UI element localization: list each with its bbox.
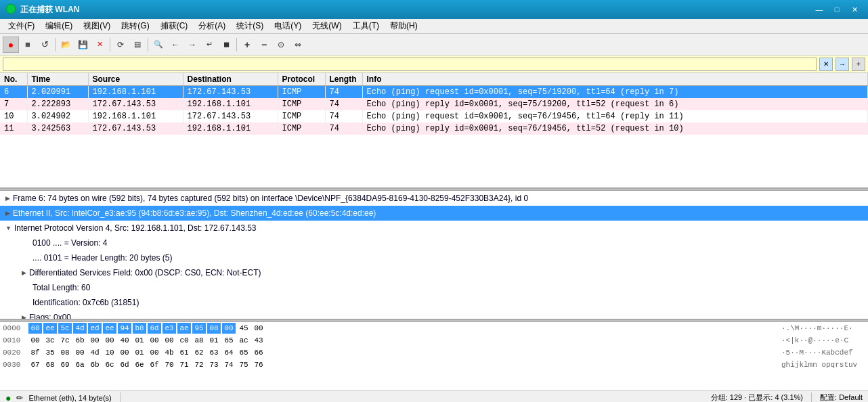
menu-item-电话(Y)[interactable]: 电话(Y) [269,19,307,33]
print-button[interactable]: ▤ [129,37,146,53]
hex-byte[interactable]: 00 [103,335,116,346]
open-button[interactable]: 📂 [58,37,74,53]
expand-icon[interactable]: ▶ [5,207,10,219]
zoom-out-button[interactable]: − [256,37,272,53]
table-row[interactable]: 72.222893172.67.143.53192.168.1.101ICMP7… [0,98,868,110]
expand-icon[interactable]: ▶ [22,267,26,279]
detail-row-ip-flags[interactable]: ▶Flags: 0x00 [0,310,868,319]
menu-item-工具(T)[interactable]: 工具(T) [347,19,385,33]
hex-byte[interactable]: 94 [118,323,131,334]
hex-byte[interactable]: 6e [133,359,146,370]
hex-byte[interactable]: 65 [222,335,236,346]
hex-byte[interactable]: 00 [162,335,176,346]
maximize-button[interactable]: □ [829,3,845,16]
menu-item-编辑(E)[interactable]: 编辑(E) [40,19,78,33]
hex-byte[interactable]: 73 [207,359,221,370]
table-row[interactable]: 103.024902192.168.1.101172.67.143.53ICMP… [0,110,868,122]
close-button[interactable]: ✕ [846,3,863,16]
hex-byte[interactable]: 00 [28,335,42,346]
hex-byte[interactable]: 95 [192,323,206,334]
find-button[interactable]: 🔍 [150,37,167,53]
hex-byte[interactable]: 00 [118,347,131,358]
hex-byte[interactable]: 4d [88,347,102,358]
detail-row-ip[interactable]: ▼Internet Protocol Version 4, Src: 192.1… [0,221,868,236]
detail-row-ip-totlen[interactable]: Total Length: 60 [0,280,868,295]
zoom-in-button[interactable]: + [239,37,255,53]
menu-item-统计(S)[interactable]: 统计(S) [231,19,269,33]
hex-byte[interactable]: 6d [118,359,131,370]
resize-columns-button[interactable]: ⇔ [290,37,306,53]
hex-byte[interactable]: b8 [133,323,146,334]
hex-byte[interactable]: ac [237,335,251,346]
hex-byte[interactable]: 70 [162,359,176,370]
menu-item-帮助(H)[interactable]: 帮助(H) [385,19,423,33]
hex-byte[interactable]: 64 [222,347,236,358]
hex-byte[interactable]: 7c [58,335,72,346]
filter-clear-button[interactable]: ✕ [819,58,833,71]
hex-byte[interactable]: 4b [162,347,176,358]
hex-byte[interactable]: 63 [207,347,221,358]
hex-byte[interactable]: a8 [192,335,206,346]
hex-byte[interactable]: 8f [28,347,42,358]
hex-byte[interactable]: 61 [177,347,191,358]
hex-byte[interactable]: e3 [162,323,176,334]
hex-byte[interactable]: 08 [207,323,221,334]
zoom-normal-button[interactable]: ⊙ [273,37,289,53]
filter-apply-button[interactable]: → [836,58,849,71]
hex-byte[interactable]: 6c [103,359,116,370]
hex-byte[interactable]: 6a [73,359,87,370]
hex-byte[interactable]: 35 [43,347,57,358]
menu-item-视图(V)[interactable]: 视图(V) [78,19,116,33]
hex-byte[interactable]: 62 [192,347,206,358]
expand-icon[interactable]: ▶ [5,192,10,204]
detail-row-ip-dsf[interactable]: ▶Differentiated Services Field: 0x00 (DS… [0,265,868,280]
packet-list[interactable]: No. Time Source Destination Protocol Len… [0,73,868,188]
hex-byte[interactable]: 5c [58,323,72,334]
filter-input[interactable]: icmp [3,58,817,71]
hex-byte[interactable]: 68 [43,359,57,370]
hex-byte[interactable]: 66 [252,347,265,358]
hex-byte[interactable]: 4d [73,323,87,334]
hex-byte[interactable]: 6b [73,335,87,346]
next-button[interactable]: → [184,37,200,53]
stop-recording-button[interactable]: ● [3,37,19,53]
expand-icon[interactable]: ▶ [22,311,26,319]
reload-button[interactable]: ⟳ [112,37,129,53]
hex-byte[interactable]: 08 [58,347,72,358]
hex-row[interactable]: 0010003c7c6b000040010000c0a80165ac43·<|k… [0,334,868,347]
hex-row[interactable]: 000060ee5c4dedee94b86de3ae9508004500·.\M… [0,322,868,334]
stop-button[interactable]: ■ [20,37,36,53]
expand-icon[interactable]: ▼ [5,222,12,234]
hex-byte[interactable]: c0 [177,335,191,346]
hex-byte[interactable]: 40 [118,335,131,346]
table-row[interactable]: 113.242563172.67.143.53192.168.1.101ICMP… [0,122,868,135]
goto-button[interactable]: ↵ [201,37,217,53]
menu-item-文件(F)[interactable]: 文件(F) [3,19,40,33]
prev-button[interactable]: ← [167,37,183,53]
detail-row-ip-id[interactable]: Identification: 0x7c6b (31851) [0,295,868,310]
hex-byte[interactable]: 00 [252,323,265,334]
menu-item-无线(W)[interactable]: 无线(W) [307,19,347,33]
hex-row[interactable]: 00306768696a6b6c6d6e6f70717273747576ghij… [0,359,868,371]
hex-byte[interactable]: 01 [133,347,146,358]
filter-bookmark-button[interactable]: + [852,58,865,71]
hex-byte[interactable]: 45 [237,323,251,334]
hex-row[interactable]: 00208f3508004d100001004b616263646566·5··… [0,347,868,359]
hex-byte[interactable]: ae [177,323,191,334]
hex-byte[interactable]: 67 [28,359,42,370]
hex-byte[interactable]: ed [88,323,102,334]
hex-byte[interactable]: 10 [103,347,116,358]
detail-row-ethernet[interactable]: ▶Ethernet II, Src: IntelCor_e3:ae:95 (94… [0,206,868,221]
minimize-button[interactable]: — [811,3,827,16]
packet-detail[interactable]: ▶Frame 6: 74 bytes on wire (592 bits), 7… [0,191,868,319]
hex-byte[interactable]: 3c [43,335,57,346]
hex-byte[interactable]: 6f [148,359,161,370]
hex-byte[interactable]: 00 [148,335,161,346]
hex-byte[interactable]: 00 [88,335,102,346]
hex-byte[interactable]: 01 [207,335,221,346]
hex-byte[interactable]: 6d [148,323,161,334]
hex-byte[interactable]: 00 [222,323,236,334]
hex-byte[interactable]: 69 [58,359,72,370]
hex-byte[interactable]: 74 [222,359,236,370]
hex-byte[interactable]: ee [43,323,57,334]
